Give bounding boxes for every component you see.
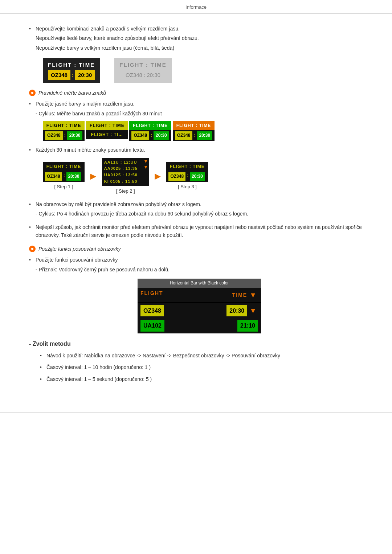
step3-container: FLIGHT : TIME OZ348 : 20:30 [ Step 3 ] <box>166 162 208 191</box>
step1-sep: : <box>64 172 65 181</box>
cb2-body: FLIGHT : TI… <box>86 130 128 139</box>
hbar-col1-header: FLIGHT <box>138 288 199 302</box>
step3-box: FLIGHT : TIME OZ348 : 20:30 <box>166 162 208 182</box>
bullet-6-sub1: - Příznak: Vodorovný černý pruh se posou… <box>36 266 363 274</box>
cb1-body: OZ348 : 20:30 <box>43 130 85 141</box>
bullet-4-main: Na obrazovce by měl být pravidelně zobra… <box>36 201 201 207</box>
fb-dark-header: FLIGHT : TIME <box>48 60 95 70</box>
cb2-header: FLIGHT : TIME <box>86 121 128 130</box>
hbar-title: Horizontal Bar with Black color <box>138 279 261 288</box>
cb3-num: OZ348 <box>131 131 149 140</box>
cycle-box-2: FLIGHT : TIME FLIGHT : TI… <box>86 121 128 141</box>
fb-dark-flight: OZ348 <box>48 70 70 80</box>
bullet-2: Použijte jasné barvy s malým rozdílem ja… <box>29 100 363 141</box>
fb-dark-data: OZ348 : 20:30 <box>48 70 95 80</box>
cb4-sep: : <box>194 132 195 139</box>
fb-dark-time: 20:30 <box>75 70 95 80</box>
bullet-4: Na obrazovce by měl být pravidelně zobra… <box>29 200 363 218</box>
step1-label: [ Step 1 ] <box>43 183 85 191</box>
cb3-header: FLIGHT : TIME <box>129 121 171 130</box>
page-footer <box>0 412 392 413</box>
step1-container: FLIGHT : TIME OZ348 : 20:30 [ Step 1 ] <box>43 162 85 191</box>
section-list-3: Použijte funkci posouvání obrazovky - Př… <box>29 256 363 333</box>
cb3-body: OZ348 : 20:30 <box>129 130 171 141</box>
step3-time: 20:30 <box>190 172 205 181</box>
step1-arrow-icon: ► <box>88 168 98 185</box>
hbar-row1-arrow: ▼ <box>249 305 258 316</box>
step3-sep: : <box>187 172 188 181</box>
hbar-row-2: UA102 21:10 <box>138 318 261 333</box>
hbar-col2-header: TIME ▼ <box>199 288 261 302</box>
bullet-1-sub1: Nepoužívejte šedé barvy, které snadno zp… <box>36 34 363 42</box>
flight-box-dark: FLIGHT : TIME OZ348 : 20:30 <box>43 58 100 83</box>
bullet-5-main: Nejlepší způsob, jak ochránit monitor př… <box>36 224 362 238</box>
flight-box-gray: FLIGHT : TIME OZ348 : 20:30 <box>114 58 171 83</box>
bullet-2-sub1: - Cyklus: Měňte barvu znaků a pozadí kaž… <box>36 110 363 118</box>
orange-heading-1-text: Pravidelně měřte barvu znaků <box>38 90 106 96</box>
bullet-1: Nepoužívejte kombinaci znaků a pozadí s … <box>29 25 363 83</box>
hbar-row-1: OZ348 20:30 ▼ <box>138 303 261 318</box>
orange-heading-2: Použijte funkci posouvání obrazovky <box>29 246 363 252</box>
hbar-demo: Horizontal Bar with Black color FLIGHT T… <box>138 279 261 333</box>
cb3-sep: : <box>151 132 152 139</box>
step3-label: [ Step 3 ] <box>166 183 208 191</box>
bullet-1-sub2: Nepoužívejte barvy s velkým rozdílem jas… <box>36 44 363 52</box>
header-title: Informace <box>185 4 207 10</box>
fb-gray-data: OZ348 : 20:30 <box>119 70 166 80</box>
step2-scroll-icon: ▼ ▼ <box>143 159 148 169</box>
step2-row2: AA0025 : 13:35 <box>104 165 147 172</box>
cb3-time: 20:30 <box>154 131 169 140</box>
cb4-body: OZ348 : 20:30 <box>173 130 215 141</box>
cb1-time: 20:30 <box>67 131 83 140</box>
step1-body: OZ348 : 20:30 <box>43 171 85 182</box>
bullet-4-sub1: - Cyklus: Po 4 hodinách provozu je třeba… <box>36 210 363 218</box>
cycle-box-1: FLIGHT : TIME OZ348 : 20:30 <box>43 121 85 141</box>
step1-header: FLIGHT : TIME <box>43 162 85 171</box>
orange-heading-1: Pravidelně měřte barvu znaků <box>29 90 363 96</box>
cb4-time: 20:30 <box>197 131 212 140</box>
bullet-3: Každých 30 minut měňte znaky posunutím t… <box>29 146 363 195</box>
fb-dark-sep: : <box>72 71 74 79</box>
step3-header: FLIGHT : TIME <box>166 162 208 171</box>
cycle-box-3: FLIGHT : TIME OZ348 : 20:30 <box>129 121 171 141</box>
main-content: Nepoužívejte kombinaci znaků a pozadí s … <box>0 21 392 401</box>
step2-row1: AA11U : 12:UU <box>104 159 147 166</box>
step3-body: OZ348 : 20:30 <box>166 171 208 182</box>
step2-label: [ Step 2 ] <box>102 188 149 195</box>
zvolit-item-3: Časový interval: 1 – 5 sekund (doporučen… <box>40 375 363 383</box>
zvolit-item-1: Návod k použití: Nabídka na obrazovce ->… <box>40 352 363 360</box>
hbar-row1-time: 20:30 ▼ <box>199 303 261 318</box>
hbar-scroll-arrow: ▼ <box>249 289 258 301</box>
cb1-sep: : <box>64 132 66 139</box>
section-list-2: Použijte jasné barvy s malým rozdílem ja… <box>29 100 363 239</box>
section-list: Nepoužívejte kombinaci znaků a pozadí s … <box>29 25 363 83</box>
cb1-header: FLIGHT : TIME <box>43 121 85 130</box>
zvolit-item-2: Časový interval: 1 – 10 hodin (doporučen… <box>40 363 363 371</box>
hbar-row2-time: 21:10 <box>199 318 261 333</box>
step2-row4: KI 0105 : 11:50 <box>104 178 147 185</box>
bullet-2-main: Použijte jasné barvy s malým rozdílem ja… <box>36 101 134 107</box>
scroll-down-icon: ▼ <box>143 164 148 169</box>
bullet-6: Použijte funkci posouvání obrazovky - Př… <box>29 256 363 333</box>
step2-container: AA11U : 12:UU AA0025 : 13:35 UA0125 : 13… <box>102 158 149 195</box>
step2-arrow-icon: ► <box>153 168 163 185</box>
hbar-row2-num: UA102 <box>138 318 199 333</box>
cycle-box-4: FLIGHT : TIME OZ348 : 20:30 <box>173 121 215 141</box>
zvolit-section: - Zvolit metodu Návod k použití: Nabídka… <box>29 341 363 383</box>
fb-gray-header: FLIGHT : TIME <box>119 60 166 70</box>
step1-time: 20:30 <box>66 172 81 181</box>
hbar-row1-num: OZ348 <box>138 303 199 319</box>
orange-circle-icon-2 <box>29 246 36 252</box>
step3-num: OZ348 <box>168 172 185 181</box>
step1-num: OZ348 <box>45 172 62 181</box>
cb4-header: FLIGHT : TIME <box>173 121 215 130</box>
bullet-1-main: Nepoužívejte kombinaci znaků a pozadí s … <box>36 26 180 32</box>
step2-row3: UA0125 : 13:50 <box>104 172 147 178</box>
flight-boxes-row: FLIGHT : TIME OZ348 : 20:30 FLIGHT : TIM… <box>43 58 363 83</box>
page-header: Informace <box>0 0 392 14</box>
cb4-num: OZ348 <box>175 131 193 140</box>
cycle-boxes-row: FLIGHT : TIME OZ348 : 20:30 FLIGHT : TIM… <box>43 121 363 141</box>
step-area: FLIGHT : TIME OZ348 : 20:30 [ Step 1 ] ►… <box>43 158 363 195</box>
cb1-num: OZ348 <box>45 131 63 140</box>
zvolit-heading: - Zvolit metodu <box>29 341 363 347</box>
